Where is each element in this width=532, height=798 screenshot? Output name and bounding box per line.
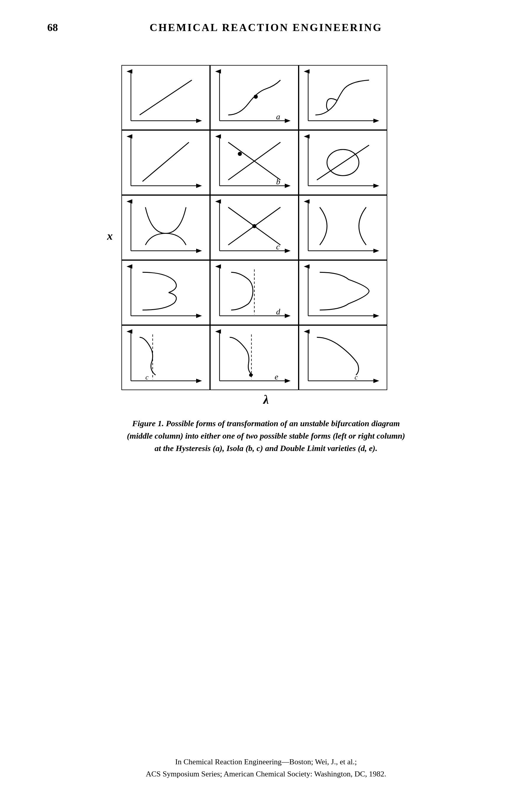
header-title: CHEMICAL REACTION ENGINEERING: [150, 21, 382, 34]
cell-row5-col1: c: [121, 325, 210, 390]
cell-row2-col3: [299, 130, 387, 195]
svg-point-48: [249, 373, 252, 377]
footer: In Chemical Reaction Engineering—Boston;…: [0, 756, 532, 780]
cell-row3-col1: [121, 195, 210, 260]
svg-line-11: [142, 142, 189, 182]
page-number: 68: [47, 21, 58, 34]
diagram-grid: a: [121, 65, 411, 390]
cell-row3-col2: c: [210, 195, 299, 260]
svg-text:d: d: [276, 308, 280, 316]
cell-row4-col3: [299, 260, 387, 325]
cell-row3-col3: [299, 195, 387, 260]
cell-row5-col2: e: [210, 325, 299, 390]
figure-container: x: [47, 65, 485, 454]
cell-row4-col2: d: [210, 260, 299, 325]
figure-caption: Figure 1. Possible forms of transformati…: [121, 417, 411, 454]
cell-row4-col1: [121, 260, 210, 325]
svg-text:c: c: [276, 242, 280, 251]
svg-point-29: [252, 224, 256, 228]
svg-text:b: b: [276, 177, 280, 186]
svg-text:c: c: [355, 373, 358, 381]
svg-text:a: a: [276, 112, 280, 121]
cell-row2-col1: [121, 130, 210, 195]
cell-row1-col2: a: [210, 65, 299, 130]
svg-line-2: [139, 80, 192, 115]
svg-point-5: [254, 95, 258, 99]
cell-row1-col3: [299, 65, 387, 130]
cell-row1-col1: [121, 65, 210, 130]
footer-line1: In Chemical Reaction Engineering—Boston;…: [0, 756, 532, 768]
svg-text:c: c: [145, 373, 149, 381]
x-axis-label: x: [107, 229, 113, 242]
svg-text:e: e: [274, 372, 278, 381]
page: 68 CHEMICAL REACTION ENGINEERING x: [0, 0, 532, 798]
cell-row2-col2: b: [210, 130, 299, 195]
figure-area: x: [121, 65, 411, 407]
footer-line2: ACS Symposium Series; American Chemical …: [0, 768, 532, 780]
cell-row5-col3: c: [299, 325, 387, 390]
svg-line-21: [317, 145, 369, 180]
lambda-label: λ: [121, 392, 411, 407]
caption-text: Figure 1. Possible forms of transformati…: [127, 419, 405, 453]
svg-point-16: [238, 152, 242, 156]
